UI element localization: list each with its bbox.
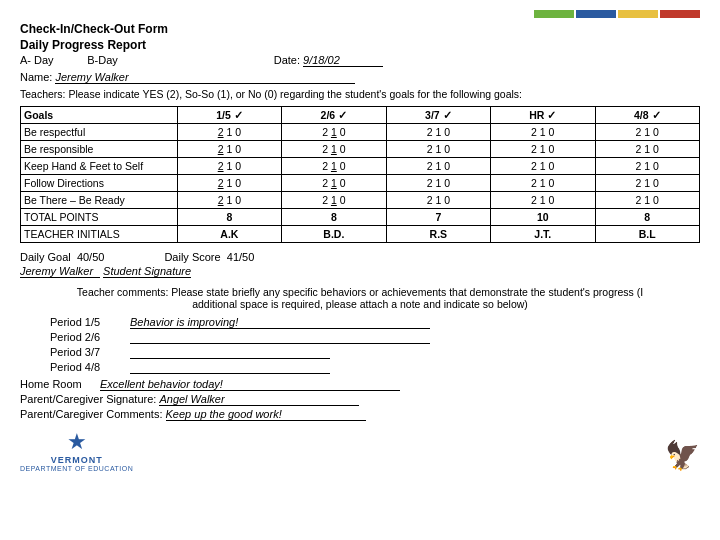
goal-cell: Be respectful (21, 124, 178, 141)
vermont-dept: DEPARTMENT OF EDUCATION (20, 465, 133, 472)
score-cell-2-3: 2 1 0 (491, 158, 595, 175)
table-row: Be respectful2 1 02 1 02 1 02 1 02 1 0 (21, 124, 700, 141)
daily-score-value: 41/50 (227, 251, 255, 263)
daily-goal-value: 40/50 (77, 251, 105, 263)
table-row: Be responsible2 1 02 1 02 1 02 1 02 1 0 (21, 141, 700, 158)
period3-line: Period 3/7 (50, 346, 700, 359)
daily-score-block: Daily Score 41/50 (164, 251, 254, 263)
day-ab-label: A- Day (20, 54, 54, 66)
score-cell-1-2: 2 1 0 (386, 141, 490, 158)
name-label: Name: (20, 71, 52, 83)
bar-yellow (618, 10, 658, 18)
progress-table: Goals 1/5 ✓ 2/6 ✓ 3/7 ✓ HR ✓ 4/8 ✓ Be re… (20, 106, 700, 243)
score-cell-2-0: 2 1 0 (177, 158, 281, 175)
goal-cell: Be There – Be Ready (21, 192, 178, 209)
bar-green (534, 10, 574, 18)
score-cell-3-4: 2 1 0 (595, 175, 700, 192)
goal-cell: Keep Hand & Feet to Self (21, 158, 178, 175)
score-cell-3-3: 2 1 0 (491, 175, 595, 192)
initials-cell-4: B.L (595, 226, 700, 243)
total-row: TOTAL POINTS887108 (21, 209, 700, 226)
day-name-line: A- Day B-Day Date: 9/18/02 (20, 54, 700, 67)
vermont-star-icon: ★ (67, 429, 87, 455)
score-cell-2-1: 2 1 0 (282, 158, 386, 175)
period2-line: Period 2/6 (50, 331, 700, 344)
col-goals: Goals (21, 107, 178, 124)
total-cell-1: 8 (282, 209, 386, 226)
period2-value (130, 331, 430, 344)
home-room-value: Excellent behavior today! (100, 378, 400, 391)
table-row: Keep Hand & Feet to Self2 1 02 1 02 1 02… (21, 158, 700, 175)
bottom-section: Home Room Excellent behavior today! Pare… (20, 378, 700, 421)
daily-score-label: Daily Score (164, 251, 220, 263)
initials-label: TEACHER INITIALS (21, 226, 178, 243)
period2-label: Period 2/6 (50, 331, 130, 343)
form-subtitle: Daily Progress Report (20, 38, 700, 52)
student-name-sig: Jeremy Walker (20, 265, 100, 278)
vermont-logo: ★ VERMONT DEPARTMENT OF EDUCATION (20, 429, 133, 472)
period4-value (130, 361, 330, 374)
initials-cell-1: B.D. (282, 226, 386, 243)
score-cell-2-4: 2 1 0 (595, 158, 700, 175)
parent-sig-line: Parent/Caregiver Signature: Angel Walker (20, 393, 700, 406)
total-cell-0: 8 (177, 209, 281, 226)
parent-comments-label: Parent/Caregiver Comments: (20, 408, 162, 420)
score-cell-4-1: 2 1 0 (282, 192, 386, 209)
period1-label: Period 1/5 (50, 316, 130, 328)
teacher-comments-intro: Teacher comments: Please state briefly a… (20, 286, 700, 310)
total-cell-2: 7 (386, 209, 490, 226)
bar-red (660, 10, 700, 18)
daily-goal-label: Daily Goal (20, 251, 71, 263)
parent-comments-value: Keep up the good work! (166, 408, 366, 421)
col-15: 1/5 ✓ (177, 107, 281, 124)
score-cell-0-0: 2 1 0 (177, 124, 281, 141)
col-26: 2/6 ✓ (282, 107, 386, 124)
score-cell-1-3: 2 1 0 (491, 141, 595, 158)
initials-cell-2: R.S (386, 226, 490, 243)
student-sig-suffix: Student Signature (103, 265, 191, 278)
score-cell-0-4: 2 1 0 (595, 124, 700, 141)
form-title: Check-In/Check-Out Form (20, 22, 700, 36)
bird-decoration: 🦅 (665, 439, 700, 472)
period4-label: Period 4/8 (50, 361, 130, 373)
score-cell-4-3: 2 1 0 (491, 192, 595, 209)
parent-sig-value: Angel Walker (159, 393, 359, 406)
student-signature-line: Jeremy Walker Student Signature (20, 265, 700, 278)
score-cell-0-1: 2 1 0 (282, 124, 386, 141)
score-cell-4-4: 2 1 0 (595, 192, 700, 209)
initials-row: TEACHER INITIALSA.KB.D.R.SJ.T.B.L (21, 226, 700, 243)
col-37: 3/7 ✓ (386, 107, 490, 124)
col-48: 4/8 ✓ (595, 107, 700, 124)
period4-line: Period 4/8 (50, 361, 700, 374)
score-cell-2-2: 2 1 0 (386, 158, 490, 175)
period3-value (130, 346, 330, 359)
daily-goal-block: Daily Goal 40/50 (20, 251, 104, 263)
table-row: Be There – Be Ready2 1 02 1 02 1 02 1 02… (21, 192, 700, 209)
daily-goal-section: Daily Goal 40/50 Daily Score 41/50 (20, 251, 700, 263)
home-room-label: Home Room (20, 378, 100, 390)
teacher-note: Teachers: Please indicate YES (2), So-So… (20, 88, 700, 100)
col-hr: HR ✓ (491, 107, 595, 124)
initials-cell-3: J.T. (491, 226, 595, 243)
color-bar (20, 10, 700, 18)
score-cell-0-3: 2 1 0 (491, 124, 595, 141)
score-cell-1-1: 2 1 0 (282, 141, 386, 158)
parent-comments-line: Parent/Caregiver Comments: Keep up the g… (20, 408, 700, 421)
goal-cell: Be responsible (21, 141, 178, 158)
score-cell-1-4: 2 1 0 (595, 141, 700, 158)
parent-sig-label: Parent/Caregiver Signature: (20, 393, 156, 405)
initials-cell-0: A.K (177, 226, 281, 243)
score-cell-4-2: 2 1 0 (386, 192, 490, 209)
table-header-row: Goals 1/5 ✓ 2/6 ✓ 3/7 ✓ HR ✓ 4/8 ✓ (21, 107, 700, 124)
total-cell-4: 8 (595, 209, 700, 226)
logo-section: ★ VERMONT DEPARTMENT OF EDUCATION 🦅 (20, 429, 700, 472)
name-line: Name: Jeremy Walker (20, 71, 700, 84)
day-b-label: B-Day (87, 54, 118, 66)
period3-label: Period 3/7 (50, 346, 130, 358)
table-row: Follow Directions2 1 02 1 02 1 02 1 02 1… (21, 175, 700, 192)
bar-blue (576, 10, 616, 18)
score-cell-0-2: 2 1 0 (386, 124, 490, 141)
date-label: Date: (274, 54, 300, 66)
score-cell-3-2: 2 1 0 (386, 175, 490, 192)
home-room-line: Home Room Excellent behavior today! (20, 378, 700, 391)
